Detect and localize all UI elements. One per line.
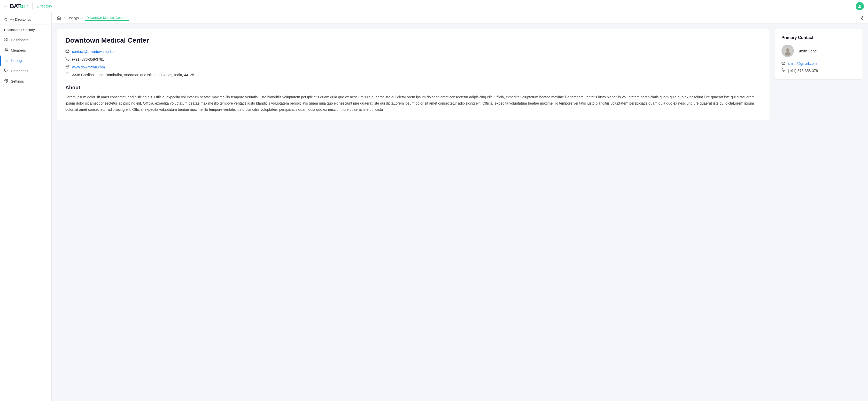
- breadcrumb-listings[interactable]: listings: [67, 15, 80, 21]
- sidebar-item-dashboard[interactable]: Dashboard: [0, 35, 52, 45]
- categories-icon: [4, 68, 8, 74]
- svg-rect-3: [5, 40, 6, 41]
- categories-label: Categories: [11, 69, 28, 73]
- listing-phone-row: (+91) 876-358-3781: [65, 57, 761, 62]
- sidebar-navigation: Dashboard Members Listings Categories: [0, 35, 52, 87]
- nav-divider: [32, 3, 33, 9]
- my-directories-label: My Directories: [9, 18, 31, 22]
- contact-card-title: Primary Contact: [781, 35, 857, 40]
- listings-label: Listings: [11, 59, 23, 63]
- dashboard-label: Dashboard: [11, 38, 29, 42]
- website-icon: [65, 65, 69, 70]
- members-icon: [4, 48, 8, 53]
- breadcrumb-bar: › listings › Downtown Medical Center... …: [52, 12, 868, 24]
- sidebar-item-members[interactable]: Members: [0, 45, 52, 56]
- address-icon: [65, 72, 69, 77]
- nav-title: Directory: [37, 4, 52, 8]
- listings-icon: [4, 58, 8, 63]
- sidebar: ⊙ My Directories Healthcare Directory Da…: [0, 12, 52, 401]
- listing-email[interactable]: contact@downtownmed.com: [72, 49, 119, 54]
- breadcrumb-sep-2: ›: [82, 16, 83, 21]
- listing-website-row: www.downtown.com: [65, 65, 761, 70]
- content-area: Downtown Medical Center contact@downtown…: [52, 24, 868, 401]
- svg-point-5: [5, 48, 6, 49]
- contact-person: Smith Jane: [781, 45, 857, 57]
- svg-point-0: [859, 5, 861, 6]
- svg-rect-16: [66, 73, 69, 76]
- listing-address-row: 3336 Cardinal Lane, Bombuflat, Andaman a…: [65, 72, 761, 77]
- app-layout: ⊙ My Directories Healthcare Directory Da…: [0, 12, 868, 401]
- contact-name: Smith Jane: [798, 49, 817, 53]
- my-directories-link[interactable]: ⊙ My Directories: [0, 14, 52, 25]
- collapse-icon[interactable]: ❮: [861, 15, 864, 21]
- contact-phone-icon: [781, 68, 785, 73]
- user-avatar[interactable]: [856, 2, 864, 10]
- settings-icon: [4, 79, 8, 84]
- svg-point-22: [786, 48, 789, 52]
- main-content: › listings › Downtown Medical Center... …: [52, 12, 868, 401]
- settings-label: Settings: [11, 79, 24, 83]
- members-label: Members: [11, 48, 26, 53]
- listing-website[interactable]: www.downtown.com: [72, 65, 105, 69]
- contact-email[interactable]: smith@gmail.com: [788, 62, 816, 66]
- contact-phone-row: (+91) 876-358-3781: [781, 68, 857, 73]
- svg-rect-4: [6, 40, 8, 41]
- sidebar-item-settings[interactable]: Settings: [0, 76, 52, 87]
- logo-trademark: ™: [26, 5, 28, 7]
- contact-email-row: smith@gmail.com: [781, 61, 857, 66]
- listing-info: contact@downtownmed.com (+91) 876-358-37…: [65, 49, 761, 77]
- top-navigation: ≡ BAToi ™ Directory: [0, 0, 868, 12]
- svg-point-13: [6, 80, 7, 81]
- hamburger-icon[interactable]: ≡: [4, 3, 7, 9]
- listing-phone: (+91) 876-358-3781: [72, 57, 104, 62]
- sidebar-item-categories[interactable]: Categories: [0, 66, 52, 76]
- contact-avatar: [781, 45, 794, 57]
- listing-email-row: contact@downtownmed.com: [65, 49, 761, 54]
- breadcrumb-sep-1: ›: [64, 16, 65, 21]
- contact-phone: (+91) 876-358-3781: [788, 69, 820, 73]
- my-directories-icon: ⊙: [4, 17, 7, 22]
- contact-email-icon: [781, 61, 785, 66]
- primary-contact-card: Primary Contact Smith Jane: [775, 29, 863, 79]
- breadcrumb-home[interactable]: [56, 15, 62, 21]
- about-text: Lorem ipsum dolor sit amet consectetur a…: [65, 94, 761, 112]
- dashboard-icon: [4, 37, 8, 43]
- contact-info: smith@gmail.com (+91) 876-358-3781: [781, 61, 857, 73]
- sidebar-item-listings[interactable]: Listings: [0, 56, 52, 66]
- email-icon: [65, 49, 69, 54]
- listing-card: Downtown Medical Center contact@downtown…: [57, 29, 770, 120]
- listing-address: 3336 Cardinal Lane, Bombuflat, Andaman a…: [72, 73, 194, 77]
- directory-name: Healthcare Directory: [0, 25, 52, 34]
- logo: BAToi ™: [10, 3, 28, 9]
- breadcrumb-current[interactable]: Downtown Medical Center...: [85, 15, 129, 21]
- svg-rect-2: [6, 38, 8, 39]
- about-title: About: [65, 85, 761, 91]
- listing-title: Downtown Medical Center: [65, 36, 761, 44]
- logo-text: BAToi: [10, 3, 25, 9]
- phone-icon: [65, 57, 69, 62]
- svg-rect-1: [5, 38, 6, 39]
